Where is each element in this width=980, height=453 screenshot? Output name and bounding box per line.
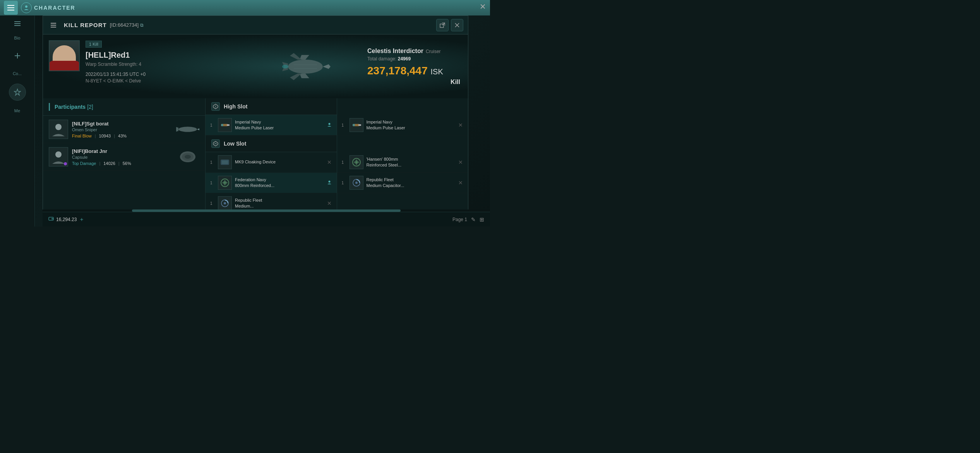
- edit-icon[interactable]: ✎: [471, 216, 476, 223]
- svg-rect-31: [227, 124, 230, 126]
- module-icon-r3: [350, 176, 363, 190]
- module-qty-1: 1: [210, 123, 215, 127]
- module-action-r2[interactable]: ✕: [458, 160, 463, 165]
- wallet-section: 16,294.23 ＋: [48, 216, 84, 223]
- svg-point-49: [224, 202, 226, 204]
- svg-point-26: [185, 155, 191, 159]
- svg-point-46: [328, 180, 330, 182]
- filter-icon[interactable]: ⊞: [480, 216, 484, 223]
- module-action-r1[interactable]: ✕: [458, 122, 463, 128]
- module-icon-1: [218, 118, 232, 132]
- svg-point-18: [55, 124, 62, 130]
- menu-button[interactable]: [4, 1, 18, 15]
- high-slot-header: High Slot: [206, 98, 337, 115]
- svg-point-14: [282, 65, 288, 69]
- module-item-right-1[interactable]: 1 Imperial NavyMedium Pulse Laser ✕: [337, 115, 468, 136]
- svg-point-33: [328, 123, 330, 125]
- copy-id-icon[interactable]: ⧉: [140, 22, 144, 28]
- kill-location: N-8YET < O-EIMK < Delve: [86, 78, 251, 84]
- ship-image-area: [251, 34, 360, 98]
- sidebar-item-combat[interactable]: Co...: [11, 69, 24, 78]
- ship-name: Celestis Interdictor: [367, 48, 423, 55]
- external-link-button[interactable]: [436, 19, 449, 31]
- kill-report-info-section: 1 Kill [HELL]Red1 Warp Scramble Strength…: [43, 34, 468, 98]
- sidebar-menu-button[interactable]: [12, 19, 22, 28]
- top-bar-title: CHARACTER: [34, 5, 75, 11]
- stat-damage-2: 14026: [103, 161, 115, 166]
- modules-panel: High Slot 1: [206, 98, 468, 226]
- svg-rect-52: [358, 124, 361, 126]
- module-action-3: [327, 180, 332, 185]
- svg-point-7: [288, 60, 323, 74]
- module-name-r3: Republic FleetMedium Capacitor...: [367, 177, 455, 189]
- module-name-2: MK9 Cloaking Device: [235, 159, 324, 165]
- kill-report-id: [ID:6642734]: [110, 22, 139, 28]
- damage-line: Total damage: 24969: [367, 56, 460, 62]
- damage-label: Total damage:: [367, 56, 396, 62]
- isk-value: 237,178,447 ISK: [367, 65, 460, 77]
- svg-marker-21: [176, 127, 178, 132]
- wallet-amount: 16,294.23: [56, 217, 77, 222]
- kr-menu-button[interactable]: [48, 19, 59, 31]
- module-action-4[interactable]: ✕: [327, 201, 332, 206]
- participants-count: [2]: [87, 104, 93, 110]
- sidebar-item-bio[interactable]: Bio: [12, 34, 22, 42]
- module-icon-2: [218, 155, 232, 169]
- svg-marker-20: [197, 128, 199, 131]
- module-icon-4: [218, 196, 232, 210]
- high-slot-icon: [211, 102, 220, 111]
- high-slot-label: High Slot: [224, 103, 247, 110]
- kill-badge: 1 Kill: [86, 41, 102, 48]
- svg-point-19: [178, 127, 197, 132]
- participant-name-1: [NILF]Sgt borat: [72, 121, 172, 127]
- svg-marker-11: [300, 74, 309, 78]
- top-bar: CHARACTER ✕: [0, 0, 490, 15]
- kill-report-panel: KILL REPORT [ID:6642734] ⧉ 1 Kill [HELL]…: [43, 15, 468, 226]
- bottom-bar: 16,294.23 ＋ Page 1 ✎ ⊞: [43, 212, 490, 226]
- stat-damage-1: 10943: [99, 134, 111, 138]
- participant-details-2: [NIFI]Borat Jnr Capsule Top Damage | 140…: [72, 148, 172, 166]
- module-name-r2: 'Hansen' 800mmReinforced Steel...: [367, 156, 455, 168]
- kill-report-close-button[interactable]: [451, 19, 463, 31]
- module-name-4: Republic FleetMedium...: [235, 197, 324, 209]
- svg-point-53: [353, 124, 355, 126]
- module-qty-r1: 1: [342, 123, 346, 127]
- module-name-r1: Imperial NavyMedium Pulse Laser: [367, 119, 455, 131]
- stat-label-1: Final Blow: [72, 134, 92, 138]
- player-warp-scramble: Warp Scramble Strength: 4: [86, 62, 251, 67]
- module-item-left-1[interactable]: 1 Imperial NavyMedium Pulse Laser: [206, 115, 337, 136]
- svg-point-23: [55, 151, 62, 158]
- participants-accent: [49, 103, 50, 111]
- module-item-right-2[interactable]: 1 'Hansen' 800mmReinforced Steel...: [337, 152, 468, 173]
- module-action-1: [327, 122, 332, 128]
- isk-unit: ISK: [431, 67, 443, 76]
- module-item-left-3[interactable]: 1 Federation Navy800mm Reinfor: [206, 173, 337, 193]
- sidebar-star-button[interactable]: [9, 84, 26, 101]
- stat-label-2: Top Damage: [72, 161, 96, 166]
- ship-silhouette: [271, 43, 340, 90]
- sidebar-item-me[interactable]: Me: [12, 106, 22, 115]
- module-action-r3[interactable]: ✕: [458, 180, 463, 185]
- participant-ship-img-2: [176, 149, 199, 165]
- module-item-left-2[interactable]: 1 MK9 Cloaking Device: [206, 152, 337, 173]
- window-close-button[interactable]: ✕: [480, 2, 486, 11]
- participant-item-2[interactable]: [NIFI]Borat Jnr Capsule Top Damage | 140…: [43, 143, 205, 171]
- module-qty-r2: 1: [342, 160, 346, 165]
- svg-point-0: [25, 5, 27, 8]
- wallet-add-button[interactable]: ＋: [79, 216, 84, 223]
- module-action-2[interactable]: ✕: [327, 160, 332, 165]
- participant-item[interactable]: [NILF]Sgt borat Omen Sniper Final Blow |…: [43, 116, 205, 143]
- participant-ship-img-1: [176, 122, 199, 137]
- low-slot-label: Low Slot: [224, 141, 246, 147]
- svg-marker-10: [300, 55, 309, 60]
- svg-marker-12: [290, 53, 302, 60]
- sidebar-combat-icon[interactable]: [10, 48, 25, 63]
- modules-content: High Slot 1: [206, 98, 468, 226]
- module-name-1: Imperial NavyMedium Pulse Laser: [235, 119, 324, 131]
- svg-rect-63: [51, 218, 53, 220]
- modules-left: High Slot 1: [206, 98, 337, 226]
- page-info: Page 1: [452, 217, 467, 222]
- module-item-right-3[interactable]: 1 Republic FleetMedium Capacitor... ✕: [337, 173, 468, 193]
- participant-avatar-1: [49, 120, 68, 139]
- stat-percent-2: 56%: [123, 161, 131, 166]
